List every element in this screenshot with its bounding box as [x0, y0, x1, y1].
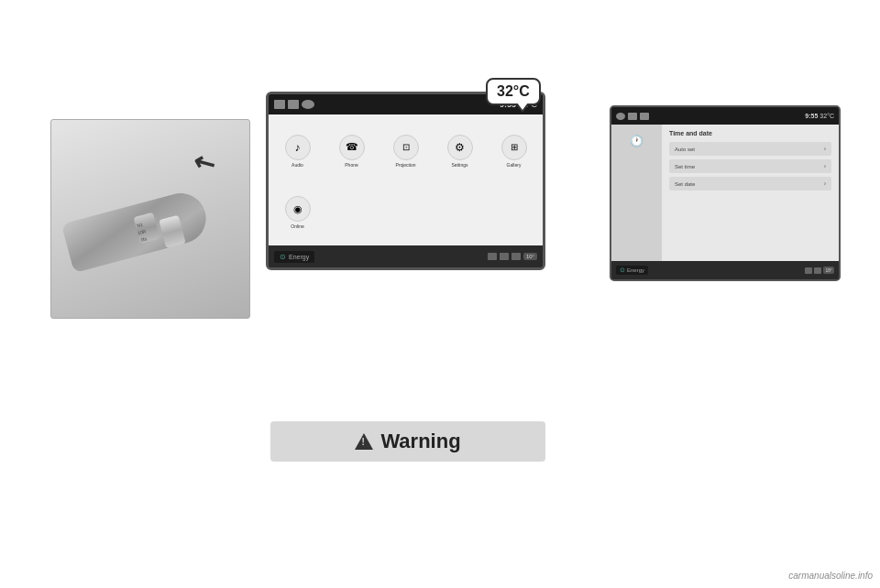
app-audio[interactable]: ♪ Audio [272, 135, 323, 168]
page-container: ↖ N1 10R 0ls 9:55 32 [0, 0, 880, 588]
online-icon: ◉ [285, 196, 311, 222]
rs-header: 9:55 32°C [611, 107, 839, 125]
rs-menu-set-date-label: Set date [675, 181, 695, 187]
right-screen-frame: 9:55 32°C 🕐 Time and date Auto set › Set… [610, 105, 841, 281]
app-gallery-label: Gallery [507, 162, 522, 168]
footer-energy-label: Energy [289, 254, 309, 260]
app-phone[interactable]: ☎ Phone [326, 135, 377, 168]
energy-icon: ⊙ [280, 253, 286, 261]
rs-sidebar: 🕐 [611, 125, 662, 261]
rs-body: 🕐 Time and date Auto set › Set time › Se… [611, 125, 839, 261]
footer-icon1 [488, 253, 497, 260]
phone-icon: ☎ [339, 135, 365, 160]
rs-section-title: Time and date [669, 130, 831, 136]
right-screen-container: 9:55 32°C 🕐 Time and date Auto set › Set… [610, 105, 843, 284]
app-settings-label: Settings [451, 162, 468, 168]
rs-menu-set-date[interactable]: Set date › [669, 177, 831, 191]
app-settings[interactable]: ⚙ Settings [434, 135, 485, 168]
warning-text: Warning [380, 430, 460, 453]
rs-footer-right: 18° [805, 267, 834, 274]
gallery-icon: ⊞ [501, 135, 527, 160]
rs-menu-auto-set-arrow: › [824, 146, 826, 152]
footer-icon3 [512, 253, 521, 260]
rs-footer: ⊙ Energy 18° [611, 261, 839, 279]
rs-sidebar-clock-icon: 🕐 [628, 132, 646, 150]
rs-time: 9:55 [805, 113, 818, 119]
app-online[interactable]: ◉ Online [272, 196, 323, 229]
temp-callout-value: 32°C [497, 83, 530, 99]
rs-footer-icon1 [805, 267, 812, 274]
rs-menu-auto-set-label: Auto set [675, 147, 695, 152]
rs-header-icon1 [616, 113, 625, 120]
center-screen-container: 9:55 32°C ♪ Audio ☎ Phone ⊡ Projection [266, 92, 550, 284]
app-audio-label: Audio [292, 162, 303, 168]
rs-footer-energy-label: Energy [627, 267, 644, 273]
watermark: carmanualsoline.info [788, 571, 873, 581]
app-gallery[interactable]: ⊞ Gallery [489, 135, 539, 168]
screen-footer: ⊙ Energy 10° [269, 245, 543, 267]
footer-temp-badge: 10° [523, 253, 537, 260]
footer-energy: ⊙ Energy [274, 251, 314, 263]
rs-menu-set-time[interactable]: Set time › [669, 159, 831, 173]
rs-footer-energy: ⊙ Energy [616, 266, 648, 275]
stalk-drawing: ↖ N1 10R 0ls [63, 141, 237, 297]
app-projection-label: Projection [395, 162, 415, 168]
rs-menu-set-time-label: Set time [675, 164, 695, 169]
rs-menu-set-date-arrow: › [824, 180, 826, 187]
projection-icon: ⊡ [393, 135, 419, 160]
arrow-icon: ↖ [187, 145, 220, 181]
rs-temp-header: 32°C [820, 113, 834, 119]
rs-menu-set-time-arrow: › [824, 163, 826, 169]
footer-icon2 [500, 253, 509, 260]
screen-header-icon1 [274, 100, 285, 109]
screen-app-grid: ♪ Audio ☎ Phone ⊡ Projection ⚙ Settings … [269, 114, 543, 245]
rs-energy-icon: ⊙ [620, 267, 625, 274]
rs-main: Time and date Auto set › Set time › Set … [662, 125, 839, 261]
left-stalk-image: ↖ N1 10R 0ls [50, 119, 250, 319]
screen-header-icon3 [302, 100, 314, 109]
rs-header-icon2 [628, 113, 637, 120]
footer-icons-right: 10° [488, 253, 537, 260]
rs-menu-auto-set[interactable]: Auto set › [669, 142, 831, 156]
rs-footer-temp: 18° [823, 267, 834, 274]
app-phone-label: Phone [345, 162, 358, 168]
temp-callout: 32°C [486, 78, 541, 105]
app-online-label: Online [291, 223, 303, 229]
audio-icon: ♪ [285, 135, 311, 160]
rs-footer-icon2 [814, 267, 821, 274]
warning-triangle-icon [355, 433, 373, 450]
app-projection[interactable]: ⊡ Projection [380, 135, 431, 168]
screen-header-icon2 [288, 100, 299, 109]
center-screen-frame: 9:55 32°C ♪ Audio ☎ Phone ⊡ Projection [266, 92, 545, 270]
screen-header-icons [274, 100, 314, 109]
settings-icon: ⚙ [447, 135, 473, 160]
rs-header-icon3 [640, 113, 649, 120]
rs-header-icons [616, 113, 649, 120]
warning-banner: Warning [270, 421, 545, 462]
